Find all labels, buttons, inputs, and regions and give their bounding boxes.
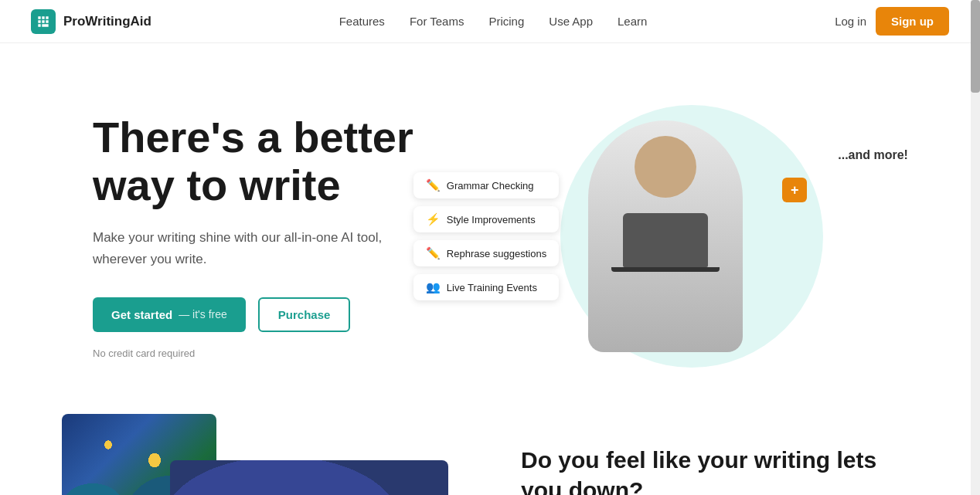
nav-features[interactable]: Features: [339, 15, 385, 28]
pill-training: 👥 Live Training Events: [413, 274, 559, 300]
hero-person-illustration: [588, 120, 743, 352]
style-icon: ⚡: [426, 212, 441, 226]
section2-images: My idea in my head: [62, 414, 459, 495]
blue-swirl-card: [170, 460, 448, 495]
scrollbar-thumb[interactable]: [971, 0, 980, 93]
feature-pills: ✏️ Grammar Checking ⚡ Style Improvements…: [413, 172, 559, 300]
scrollbar[interactable]: [971, 0, 980, 495]
login-link[interactable]: Log in: [835, 15, 866, 28]
plus-badge: +: [782, 178, 807, 202]
nav-pricing[interactable]: Pricing: [488, 15, 524, 28]
hero-subtitle: Make your writing shine with our all-in-…: [93, 227, 402, 269]
purchase-button[interactable]: Purchase: [258, 297, 351, 332]
pill-grammar: ✏️ Grammar Checking: [413, 172, 559, 198]
hero-right: ✏️ Grammar Checking ⚡ Style Improvements…: [413, 90, 918, 383]
rephrase-icon: ✏️: [426, 246, 441, 260]
nav-learn[interactable]: Learn: [618, 15, 647, 28]
section2-title: Do you feel like your writing lets you d…: [521, 445, 918, 495]
cta-free-label: — it's free: [179, 308, 227, 320]
pill-training-label: Live Training Events: [447, 282, 537, 293]
logo-text: ProWritingAid: [63, 14, 151, 29]
training-icon: 👥: [426, 280, 441, 294]
hero-buttons: Get started — it's free Purchase: [93, 297, 413, 332]
more-label: ...and more!: [838, 148, 908, 162]
pill-grammar-label: Grammar Checking: [447, 180, 534, 192]
nav-actions: Log in Sign up: [835, 7, 949, 36]
cta-label: Get started: [111, 308, 172, 321]
person-head: [635, 136, 696, 198]
pill-rephrase-label: Rephrase suggestions: [447, 248, 546, 259]
grammar-icon: ✏️: [426, 178, 441, 192]
hero-left: There's a better way to write Make your …: [93, 114, 413, 359]
nav-use-app[interactable]: Use App: [549, 15, 593, 28]
hero-title: There's a better way to write: [93, 114, 413, 209]
no-credit-card-note: No credit card required: [93, 348, 413, 359]
section2: My idea in my head Do you feel like your…: [0, 414, 980, 495]
navbar: ProWritingAid Features For Teams Pricing…: [0, 0, 980, 43]
signup-button[interactable]: Sign up: [876, 7, 949, 36]
hero-section: There's a better way to write Make your …: [0, 43, 980, 414]
nav-for-teams[interactable]: For Teams: [410, 15, 464, 28]
pill-style: ⚡ Style Improvements: [413, 206, 559, 232]
nav-links: Features For Teams Pricing Use App Learn: [339, 15, 648, 28]
get-started-button[interactable]: Get started — it's free: [93, 297, 246, 332]
pill-style-label: Style Improvements: [447, 214, 536, 225]
pill-rephrase: ✏️ Rephrase suggestions: [413, 240, 559, 266]
person-laptop: [623, 213, 708, 267]
logo-svg: [36, 14, 51, 29]
logo-icon: [31, 9, 56, 34]
section2-text: Do you feel like your writing lets you d…: [521, 414, 918, 495]
logo-link[interactable]: ProWritingAid: [31, 9, 151, 34]
